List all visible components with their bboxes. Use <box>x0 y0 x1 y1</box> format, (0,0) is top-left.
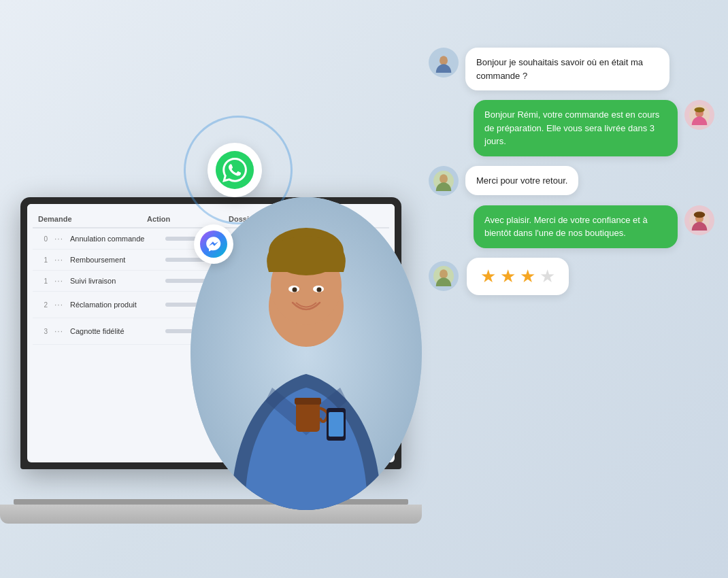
svg-rect-11 <box>329 412 344 437</box>
svg-point-23 <box>440 269 448 279</box>
row-menu[interactable]: ··· <box>54 255 63 265</box>
bubble-text-3: Merci pour votre retour. <box>465 166 578 196</box>
bubble-text-2: Bonjour Rémi, votre commande est en cour… <box>474 100 678 156</box>
col-action: Action <box>147 215 208 223</box>
bubble-text-4: Avec plaisir. Merci de votre confiance e… <box>474 205 678 248</box>
chat-bubble-3: Merci pour votre retour. <box>429 166 714 196</box>
chat-bubble-4: Avec plaisir. Merci de votre confiance e… <box>429 205 714 248</box>
chat-area: Bonjour je souhaitais savoir où en était… <box>429 48 714 295</box>
row-menu[interactable]: ··· <box>54 234 63 243</box>
laptop-base <box>0 505 422 524</box>
row-label: Réclamation produit <box>70 301 159 309</box>
svg-point-13 <box>440 56 448 65</box>
laptop-hinge <box>14 499 408 505</box>
avatar-female-2 <box>684 205 714 235</box>
row-menu[interactable]: ··· <box>54 300 63 309</box>
row-number: 3 <box>38 328 48 335</box>
svg-point-7 <box>317 288 322 292</box>
whatsapp-icon <box>216 151 254 189</box>
row-number: 0 <box>38 235 48 243</box>
chat-bubble-1: Bonjour je souhaitais savoir où en était… <box>429 48 714 90</box>
row-number: 1 <box>38 277 48 285</box>
svg-point-18 <box>440 174 448 184</box>
bubble-text-1: Bonjour je souhaitais savoir où en était… <box>465 48 669 90</box>
whatsapp-bubble[interactable] <box>208 143 262 197</box>
svg-rect-9 <box>295 398 321 405</box>
stars-bubble: ★ ★ ★ ★ <box>429 258 714 295</box>
star-4: ★ <box>540 266 555 287</box>
svg-rect-8 <box>296 401 320 432</box>
row-label: Remboursement <box>70 256 159 264</box>
row-label: Cagnotte fidélité <box>70 327 159 335</box>
avatar-male-1 <box>429 48 459 78</box>
avatar-male-2 <box>429 166 459 196</box>
row-bar <box>165 279 206 283</box>
star-1: ★ <box>480 266 496 287</box>
svg-point-6 <box>293 288 297 292</box>
star-2: ★ <box>500 266 516 287</box>
row-number: 1 <box>38 256 48 264</box>
stars-container: ★ ★ ★ ★ <box>467 258 569 295</box>
row-menu[interactable]: ··· <box>54 326 63 336</box>
svg-point-16 <box>695 107 705 113</box>
row-label: Annulation commande <box>70 235 159 243</box>
chat-bubble-2: Bonjour Rémi, votre commande est en cour… <box>429 100 714 156</box>
svg-point-21 <box>694 211 706 218</box>
row-number: 2 <box>38 301 48 309</box>
star-3: ★ <box>520 266 535 287</box>
row-menu[interactable]: ··· <box>54 276 63 286</box>
row-label: Suivi livraison <box>70 277 159 285</box>
messenger-icon <box>200 231 227 258</box>
avatar-male-3 <box>429 261 459 291</box>
avatar-female-1 <box>684 100 714 130</box>
messenger-bubble[interactable] <box>194 224 233 264</box>
col-demande: Demande <box>38 215 127 223</box>
